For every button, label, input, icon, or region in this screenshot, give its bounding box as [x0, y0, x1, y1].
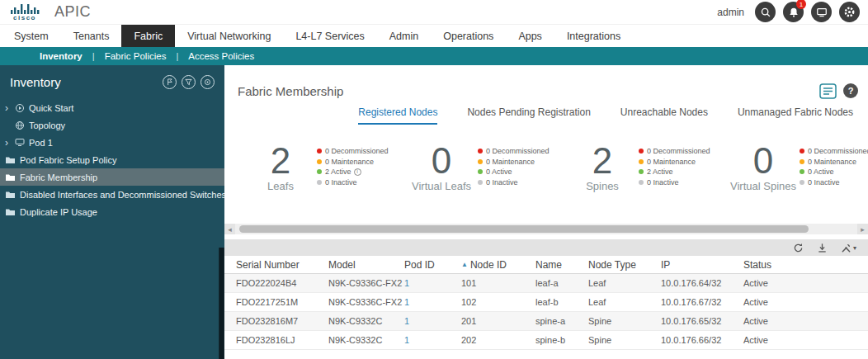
target-button[interactable] — [200, 75, 215, 89]
tab-unmanaged-fabric-nodes[interactable]: Unmanaged Fabric Nodes — [738, 106, 853, 125]
quick-start-icon — [15, 103, 25, 113]
cell-status: Active — [743, 278, 868, 288]
search-icon — [760, 7, 771, 18]
legend-entry: 0 Decommissioned — [317, 146, 405, 157]
expand-chevron-icon[interactable]: › — [5, 138, 11, 148]
filter-button[interactable] — [182, 75, 196, 89]
download-icon — [817, 243, 828, 253]
sidebar-item-quick-start[interactable]: › Quick Start — [0, 99, 224, 116]
status-dot — [317, 180, 322, 185]
cell-status: Active — [743, 316, 868, 326]
tab-registered-nodes[interactable]: Registered Nodes — [358, 106, 437, 125]
stat-virtual-spines: 0 Virtual Spines 0 Decommissioned 0 Main… — [727, 143, 868, 212]
table-toolbar: ▾ — [224, 239, 868, 256]
refresh-button[interactable] — [793, 243, 804, 253]
scroll-left-button[interactable]: ◂ — [224, 224, 235, 234]
nav-item-system[interactable]: System — [2, 25, 61, 47]
node-summary-stats: 2 Leafs 0 Decommissioned 0 Maintenance 2… — [224, 143, 868, 212]
sidebar-scrollbar[interactable] — [219, 248, 224, 359]
nav-item-tenants[interactable]: Tenants — [61, 25, 122, 47]
legend-label: 0 Decommissioned — [808, 146, 868, 157]
cell-pod-id[interactable]: 1 — [404, 297, 461, 307]
stat-leafs: 2 Leafs 0 Decommissioned 0 Maintenance 2… — [244, 143, 405, 212]
nav-item-integrations[interactable]: Integrations — [554, 25, 633, 47]
sidebar-item-disabled-interfaces[interactable]: Disabled Interfaces and Decommissioned S… — [0, 186, 224, 203]
status-dot — [639, 159, 644, 164]
column-header-serial-number[interactable]: Serial Number — [236, 259, 328, 271]
nav-item-admin[interactable]: Admin — [377, 25, 431, 47]
cell-pod-id[interactable]: 1 — [404, 335, 461, 345]
subnav-separator: | — [92, 51, 95, 61]
stat-virtual-leafs: 0 Virtual Leafs 0 Decommissioned 0 Maint… — [405, 143, 566, 212]
sidebar-item-label: Disabled Interfaces and Decommissioned S… — [20, 190, 224, 200]
filter-icon — [185, 78, 192, 86]
sidebar-scrollbar-thumb[interactable] — [219, 248, 224, 359]
help-icon: ? — [848, 86, 854, 96]
horizontal-scrollbar[interactable]: ◂ ▸ — [224, 224, 868, 234]
crosshair-icon — [204, 78, 211, 86]
legend-entry: 0 Maintenance — [317, 157, 405, 168]
search-button[interactable] — [755, 2, 776, 22]
status-dot — [478, 149, 483, 154]
cell-pod-id[interactable]: 1 — [404, 278, 461, 288]
user-menu[interactable]: admin — [717, 7, 744, 18]
pin-button[interactable] — [163, 75, 177, 89]
subnav-item-access-policies[interactable]: Access Policies — [188, 51, 254, 61]
column-header-ip[interactable]: IP — [661, 259, 743, 271]
tab-unreachable-nodes[interactable]: Unreachable Nodes — [620, 106, 708, 125]
column-header-status[interactable]: Status — [743, 259, 868, 271]
table-row[interactable]: FDO2217251M N9K-C9336C-FX2 1 102 leaf-b … — [224, 293, 868, 312]
download-button[interactable] — [817, 243, 828, 253]
cell-pod-id[interactable]: 1 — [404, 316, 461, 326]
page-title: Fabric Membership — [238, 84, 343, 98]
top-right-actions: admin 1 — [717, 2, 860, 22]
expand-chevron-icon[interactable]: › — [5, 103, 11, 113]
sidebar-item-topology[interactable]: Topology — [0, 116, 224, 134]
virtual-spines-count: 0 — [753, 143, 773, 179]
table-row[interactable]: FDO232816M7 N9K-C9332C 1 201 spine-a Spi… — [224, 312, 868, 331]
nav-item-l4-l7-services[interactable]: L4-L7 Services — [283, 25, 376, 47]
nav-item-apps[interactable]: Apps — [506, 25, 554, 47]
sidebar-item-pod-1[interactable]: › Pod 1 — [0, 134, 224, 151]
scroll-right-button[interactable]: ▸ — [857, 224, 868, 234]
legend-entry: 0 Maintenance — [639, 157, 727, 168]
sidebar-item-pod-fabric-setup-policy[interactable]: Pod Fabric Setup Policy — [0, 151, 224, 168]
subnav-item-inventory[interactable]: Inventory — [40, 51, 83, 61]
legend-label: 2 Active — [325, 167, 351, 177]
nav-item-virtual-networking[interactable]: Virtual Networking — [175, 25, 283, 47]
column-header-model[interactable]: Model — [328, 259, 404, 271]
table-row[interactable]: FDO222024B4 N9K-C9336C-FX2 1 101 leaf-a … — [224, 274, 868, 293]
subnav-item-fabric-policies[interactable]: Fabric Policies — [105, 51, 167, 61]
cell-node-id: 102 — [461, 297, 535, 307]
help-center-button[interactable] — [811, 2, 832, 22]
folder-icon — [5, 173, 16, 182]
folder-icon — [5, 156, 16, 164]
scrollbar-thumb[interactable] — [239, 225, 809, 233]
settings-button[interactable] — [839, 2, 860, 22]
nav-item-operations[interactable]: Operations — [431, 25, 506, 47]
tab-nodes-pending-registration[interactable]: Nodes Pending Registration — [467, 106, 590, 125]
column-header-node-id[interactable]: ▲ Node ID — [461, 259, 535, 271]
legend-label: 0 Active — [486, 167, 512, 177]
sidebar-item-fabric-membership[interactable]: Fabric Membership — [0, 168, 224, 186]
column-header-node-type[interactable]: Node Type — [588, 259, 661, 271]
nav-item-fabric[interactable]: Fabric — [121, 25, 175, 47]
cell-node-type: Leaf — [588, 297, 661, 307]
spines-count: 2 — [592, 143, 612, 179]
help-button[interactable]: ? — [843, 83, 858, 98]
table-row[interactable]: FDO232816LJ N9K-C9332C 1 202 spine-b Spi… — [224, 331, 868, 350]
tools-icon — [841, 243, 851, 253]
cell-node-type: Leaf — [588, 278, 661, 288]
legend-entry: 0 Inactive — [639, 177, 727, 188]
node-tabs: Registered Nodes Nodes Pending Registrat… — [224, 106, 868, 125]
cell-model: N9K-C9336C-FX2 — [328, 278, 404, 288]
sidebar-item-label: Fabric Membership — [20, 172, 97, 182]
info-icon[interactable]: i — [354, 168, 361, 176]
actions-menu-button[interactable]: ▾ — [841, 243, 856, 253]
sidebar-item-duplicate-ip-usage[interactable]: Duplicate IP Usage — [0, 203, 224, 220]
column-label: Pod ID — [404, 259, 435, 271]
notifications-button[interactable]: 1 — [783, 2, 804, 22]
objects-list-icon[interactable] — [819, 83, 837, 99]
column-header-pod-id[interactable]: Pod ID — [404, 259, 461, 271]
column-header-name[interactable]: Name — [535, 259, 588, 271]
